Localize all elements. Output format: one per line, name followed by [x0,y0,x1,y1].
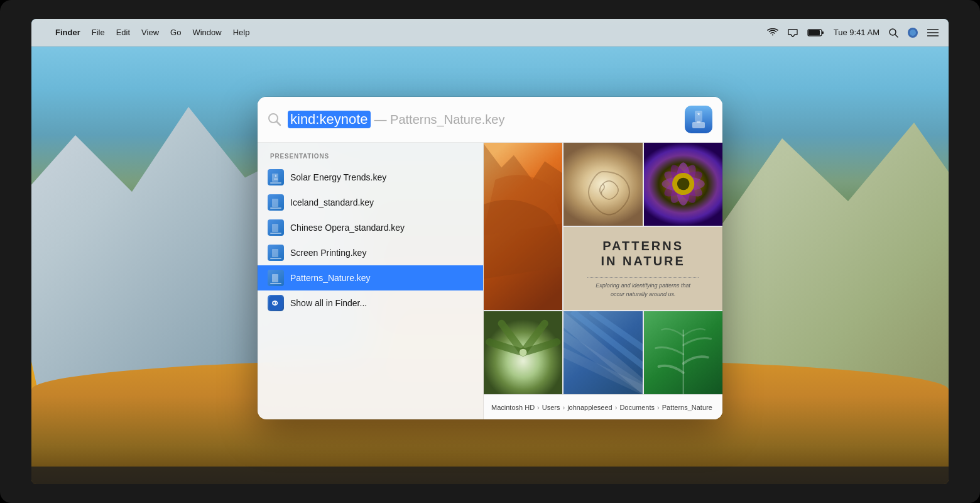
result-item[interactable]: Screen Printing.key [258,240,483,265]
preview-image-agave [484,311,562,394]
preview-subtitle-line2: occur naturally around us. [611,290,676,299]
svg-rect-21 [272,224,278,232]
screen: Finder File Edit View Go Window Help [31,19,949,484]
preview-divider [587,277,699,278]
spotlight-window: kind:keynote — Patterns_Nature.key [258,97,722,419]
keynote-file-icon [268,245,284,261]
result-name: Patterns_Nature.key [290,273,371,283]
preview-subtitle-line1: Exploring and identifying patterns that [596,282,690,290]
menu-window[interactable]: Window [192,28,221,37]
result-name: Iceland_standard.key [290,197,374,207]
path-separator: › [657,404,660,411]
svg-rect-17 [272,174,278,182]
preview-panel: PATTERNSIN NATURE Exploring and identify… [484,143,722,419]
preview-image-shell [564,143,642,226]
menu-finder[interactable]: Finder [55,28,80,37]
preview-path-bar: Macintosh HD › Users › johnappleseed › D… [484,394,722,419]
search-query[interactable]: kind:keynote — Patterns_Nature.key [288,111,678,128]
menu-file[interactable]: File [92,28,105,37]
path-part: Macintosh HD [491,404,535,411]
spotlight-overlay: kind:keynote — Patterns_Nature.key [31,47,949,484]
result-item[interactable]: Chinese Opera_standard.key [258,215,483,240]
control-center-icon[interactable] [927,28,939,37]
svg-rect-15 [697,121,700,123]
path-separator: › [537,404,540,411]
svg-point-6 [910,30,916,36]
preview-image-feathers [564,311,642,394]
svg-line-11 [277,122,281,126]
menu-bar-left: Finder File Edit View Go Window Help [41,28,767,37]
svg-line-4 [895,35,898,37]
search-icon [268,113,281,126]
path-part: johnappleseed [567,404,612,411]
keynote-file-icon [268,270,284,286]
siri-icon[interactable] [907,27,918,38]
battery-icon [807,28,825,37]
menu-edit[interactable]: Edit [116,28,130,37]
result-name: Chinese Opera_standard.key [290,223,405,233]
keynote-app-icon-large [685,106,712,133]
svg-rect-13 [695,111,702,122]
menu-help[interactable]: Help [233,28,250,37]
path-separator: › [615,404,618,411]
preview-grid: PATTERNSIN NATURE Exploring and identify… [484,143,722,394]
spotlight-body: PRESENTATIONS Solar Energy Trends.key [258,143,722,419]
spotlight-search-bar: kind:keynote — Patterns_Nature.key [258,97,722,143]
menu-bar: Finder File Edit View Go Window Help [31,19,949,47]
svg-rect-22 [272,249,278,257]
menu-bar-right: Tue 9:41 AM [767,27,939,38]
result-item[interactable]: Solar Energy Trends.key [258,165,483,190]
path-part: Users [542,404,560,411]
svg-rect-23 [272,274,278,282]
result-name: Screen Printing.key [290,248,366,258]
path-separator: › [562,404,565,411]
preview-image-fern [644,311,722,394]
airplay-icon [787,28,798,37]
svg-point-39 [520,349,527,357]
keynote-file-icon [268,194,284,211]
path-part: Documents [619,404,655,411]
results-panel: PRESENTATIONS Solar Energy Trends.key [258,143,484,419]
menu-go[interactable]: Go [170,28,181,37]
wifi-icon [767,28,778,37]
result-item-active[interactable]: Patterns_Nature.key [258,265,483,290]
show-all-finder[interactable]: Show all in Finder... [258,290,483,316]
search-query-suffix: — Patterns_Nature.key [374,113,505,127]
laptop-frame: Finder File Edit View Go Window Help [0,0,980,503]
preview-title: PATTERNSIN NATURE [601,238,685,268]
svg-point-37 [677,178,690,191]
result-item[interactable]: Iceland_standard.key [258,190,483,215]
keynote-file-icon [268,219,284,236]
menu-view[interactable]: View [141,28,159,37]
finder-icon [268,295,284,311]
spotlight-menu-icon[interactable] [888,28,898,38]
preview-image-canyon [484,143,562,310]
svg-rect-1 [808,30,820,35]
result-name: Show all in Finder... [290,298,367,308]
menu-time: Tue 9:41 AM [834,28,879,37]
preview-image-flower [644,143,722,226]
path-part: Patterns_Nature [662,404,712,411]
results-section-header: PRESENTATIONS [258,150,483,165]
search-query-highlight: kind:keynote [288,111,371,128]
svg-point-26 [273,302,275,304]
keynote-file-icon [268,169,284,185]
svg-rect-20 [272,199,278,207]
result-name: Solar Energy Trends.key [290,172,386,182]
preview-text-panel: PATTERNSIN NATURE Exploring and identify… [564,227,722,310]
svg-rect-18 [274,179,278,180]
svg-rect-2 [822,31,824,34]
